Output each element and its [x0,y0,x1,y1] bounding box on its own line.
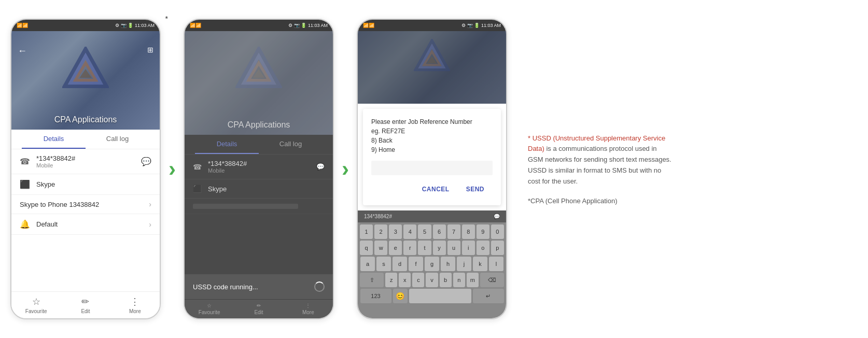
phone1-tab-calllog[interactable]: Call log [86,130,149,149]
phone3-ussd-number: 134*38842# [364,214,392,219]
phone1-tab-details[interactable]: Details [22,130,86,149]
phone1-item-skype[interactable]: ⬛ Skype [11,174,160,195]
key-q[interactable]: q [360,241,373,255]
key-5[interactable]: 5 [418,224,431,239]
phone1-item-phone[interactable]: ☎ *134*38842# Mobile 💬 [11,149,160,174]
phone2-number: *134*38842# [208,160,247,167]
star-icon-2: ☆ [207,303,212,308]
key-8[interactable]: 8 [462,224,475,239]
phone3-ussd-bar: 134*38842# 💬 [358,210,506,222]
key-space[interactable] [409,289,471,303]
phone2-fav-label: Favourite [199,309,220,315]
phone3-dialog-input[interactable] [371,161,493,175]
key-k[interactable]: k [473,257,487,271]
phone2-item-skype[interactable]: ⬛ Skype [185,179,333,199]
key-b[interactable]: b [440,273,452,287]
phone2-tabs: Details Call log [185,135,333,154]
phone1-chat-icon[interactable]: 💬 [141,157,151,166]
phone2-item-partial [185,199,333,214]
phone3-signal: 📶📶 [363,23,374,28]
key-3[interactable]: 3 [389,224,402,239]
key-g[interactable]: g [425,257,439,271]
key-6[interactable]: 6 [433,224,446,239]
phone2-edit-label: Edit [254,309,263,315]
phone1-btn-favourite[interactable]: ☆ Favourite [11,296,61,314]
phone2-tab-calllog[interactable]: Call log [259,135,323,154]
key-0[interactable]: 0 [491,224,504,239]
key-a[interactable]: a [360,257,375,271]
note-section: * USSD (Unstructured Supplementary Servi… [512,123,689,216]
phone2-time: ⚙ 📷 🔋 11:03 AM [288,23,328,28]
phone3-send-btn[interactable]: SEND [458,181,493,197]
key-i[interactable]: i [462,241,475,255]
phone2-btn-edit[interactable]: ✏ Edit [234,303,283,315]
phone1-skype-label: Skype [36,180,151,188]
key-v[interactable]: v [426,273,438,287]
key-4[interactable]: 4 [403,224,416,239]
keyboard-row-4: ⇧ z x c v b n m ⌫ [360,273,504,287]
phone2-phone-icon: ☎ [193,163,202,171]
key-1[interactable]: 1 [360,224,373,239]
key-9[interactable]: 9 [477,224,489,239]
phone1-btn-more[interactable]: ⋮ More [110,296,160,314]
phone1-item-default[interactable]: 🔔 Default › [11,214,160,235]
key-2[interactable]: 2 [374,224,387,239]
key-m[interactable]: m [467,273,479,287]
key-l[interactable]: l [489,257,503,271]
main-container: 📶📶 ⚙ 📷 🔋 11:03 AM ← ⊞ [10,10,858,328]
skype-icon-2: ⬛ [193,185,202,193]
phone1-tabs: Details Call log [11,130,160,149]
bell-icon-1: 🔔 [20,219,30,229]
phone2-chat-icon[interactable]: 💬 [316,163,325,171]
key-shift[interactable]: ⇧ [360,273,384,287]
key-t[interactable]: t [418,241,431,255]
keyboard-row-3: a s d f g h j k l [360,257,504,271]
phone1-back-btn[interactable]: ← [18,46,27,57]
key-emoji[interactable]: 😊 [393,289,408,303]
phone2-btn-more[interactable]: ⋮ More [284,303,333,315]
key-7[interactable]: 7 [447,224,460,239]
key-r[interactable]: r [403,241,416,255]
phone2: 📶📶 ⚙ 📷 🔋 11:03 AM CPA Applications Det [184,19,334,319]
phone1-number-sub: Mobile [36,162,141,168]
key-w[interactable]: w [374,241,387,255]
phone2-bottom-bar: ☆ Favourite ✏ Edit ⋮ More [185,299,333,318]
phone2-tab-details[interactable]: Details [195,135,259,154]
key-c[interactable]: c [412,273,424,287]
cpa-logo-3 [414,39,450,77]
key-d[interactable]: d [393,257,407,271]
phone1-time: ⚙ 📷 🔋 11:03 AM [115,23,155,28]
key-enter[interactable]: ↵ [473,289,504,303]
phone3-keyboard[interactable]: 1 2 3 4 5 6 7 8 9 0 q w e r t y [358,222,506,318]
arrow2-icon: › [342,157,349,181]
phone2-ussd-text: USSD code running... [193,283,258,291]
key-h[interactable]: h [441,257,455,271]
phone1-item-skype-phone[interactable]: Skype to Phone 13438842 › [11,195,160,214]
phone1-fav-label: Favourite [25,308,47,314]
key-s[interactable]: s [376,257,391,271]
cpa-note: *CPA (Cell Phone Application) [528,197,673,205]
skype-icon-1: ⬛ [20,179,30,189]
key-n[interactable]: n [453,273,465,287]
phone3-cancel-btn[interactable]: CANCEL [414,181,458,197]
key-z[interactable]: z [385,273,397,287]
key-j[interactable]: j [457,257,471,271]
phone3-dialog-buttons: CANCEL SEND [371,181,493,197]
key-e[interactable]: e [389,241,402,255]
key-u[interactable]: u [447,241,460,255]
phone1-skype-phone-label: Skype to Phone 13438842 [20,201,149,208]
key-p[interactable]: p [491,241,504,255]
key-backspace[interactable]: ⌫ [480,273,504,287]
cpa-logo-1 [62,47,109,95]
key-y[interactable]: y [433,241,446,255]
key-123[interactable]: 123 [360,289,391,303]
phone2-item-phone[interactable]: ☎ *134*38842# Mobile 💬 [185,154,333,179]
phone2-more-label: More [302,309,314,315]
phone2-number-sub: Mobile [208,167,247,174]
key-x[interactable]: x [399,273,411,287]
phone1-grid-btn[interactable]: ⊞ [147,46,153,54]
phone2-btn-fav[interactable]: ☆ Favourite [185,303,234,315]
key-f[interactable]: f [409,257,423,271]
key-o[interactable]: o [477,241,489,255]
phone1-btn-edit[interactable]: ✏ Edit [61,296,110,314]
